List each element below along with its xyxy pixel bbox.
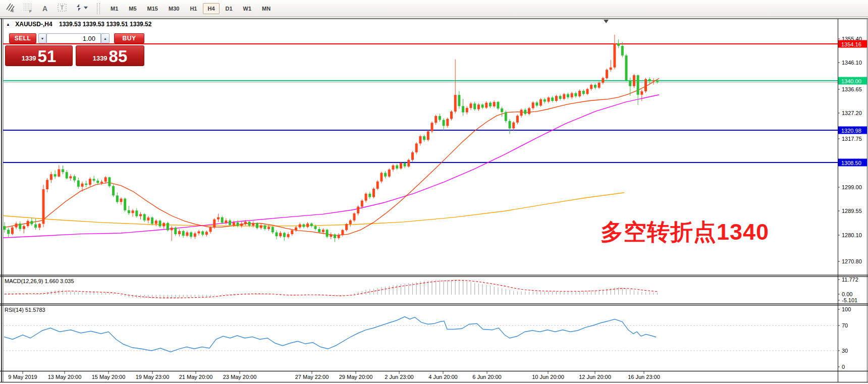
candle-body <box>120 199 123 202</box>
candle-body <box>124 199 126 210</box>
candle-body <box>85 184 87 185</box>
buy-price-tile[interactable]: 1339 85 <box>76 45 144 66</box>
candle-body <box>267 227 270 229</box>
candle-body <box>446 119 449 126</box>
volume-decrease-button[interactable]: ▼ <box>38 33 46 43</box>
candle-body <box>435 116 437 123</box>
time-axis-label: 9 May 2019 <box>8 374 37 380</box>
text-label-icon: A <box>42 5 47 13</box>
sell-price-tile[interactable]: 1339 51 <box>5 45 73 66</box>
candle-body <box>182 231 185 236</box>
svg-text:F: F <box>29 10 32 13</box>
cursor-mode-button[interactable] <box>73 3 90 15</box>
macd-axis-label: -5.101 <box>842 297 857 303</box>
time-axis-label: 19 May 23:00 <box>136 374 170 380</box>
chart-shift-marker-icon[interactable] <box>604 20 609 23</box>
time-axis-label: 27 May 22:00 <box>295 374 329 380</box>
collapse-panel-icon[interactable]: ▲ <box>6 22 10 27</box>
tab-timeframe-M1[interactable]: M1 <box>106 3 123 14</box>
candle-body <box>574 93 577 96</box>
grid-button[interactable]: F <box>21 3 34 15</box>
tab-timeframe-H1[interactable]: H1 <box>185 3 201 14</box>
candle-body <box>431 123 433 131</box>
candle-body <box>194 234 196 237</box>
toolbar: E F A T M1M5M15M30H1H4D1W1MN <box>0 0 868 17</box>
macd-axis-label: 0.00 <box>842 291 852 297</box>
candle-body <box>279 233 282 237</box>
tab-timeframe-H4[interactable]: H4 <box>203 3 219 14</box>
candle-body <box>276 233 278 237</box>
tab-timeframe-M15[interactable]: M15 <box>143 3 162 14</box>
sell-button[interactable]: SELL <box>9 33 36 43</box>
tab-timeframe-W1[interactable]: W1 <box>239 3 256 14</box>
ma-fast-line <box>3 78 659 235</box>
price-axis-label: 1270.80 <box>842 258 862 264</box>
candle-body <box>633 75 635 86</box>
candle-body <box>404 163 406 167</box>
candle-body <box>295 228 297 231</box>
candle-body <box>532 102 534 108</box>
candle-body <box>116 195 119 202</box>
rsi-axis-label: 70 <box>842 322 848 328</box>
text-box-button[interactable]: T <box>56 3 69 15</box>
candle-body <box>299 225 301 228</box>
price-badge-label: 1308.50 <box>841 160 861 166</box>
candle-body <box>590 85 592 89</box>
candle-body <box>213 220 215 228</box>
candle-body <box>419 136 421 143</box>
text-label-button[interactable]: A <box>38 3 51 15</box>
candle-body <box>450 112 453 119</box>
price-axis-label: 1327.20 <box>842 110 862 116</box>
candle-body <box>272 227 274 233</box>
candle-body <box>427 131 429 140</box>
sell-price-pips: 51 <box>38 49 57 64</box>
candle-body <box>613 43 616 68</box>
candle-body <box>143 214 146 220</box>
candle-body <box>201 231 204 235</box>
tab-timeframe-D1[interactable]: D1 <box>221 3 237 14</box>
panel-divider[interactable] <box>0 276 868 277</box>
panel-divider[interactable] <box>0 303 868 304</box>
candle-body <box>458 95 460 106</box>
candle-body <box>555 96 558 101</box>
price-axis-label: 1299.00 <box>842 184 862 190</box>
candle-body <box>263 226 266 229</box>
volume-input[interactable] <box>46 33 101 43</box>
candle-body <box>501 108 503 112</box>
candle-body <box>302 225 305 227</box>
candle-body <box>594 85 596 88</box>
grid-icon: F <box>23 3 33 15</box>
candle-body <box>15 224 18 228</box>
draw-styles-button[interactable]: E <box>4 3 17 15</box>
candle-body <box>648 79 651 81</box>
candle-body <box>567 94 569 97</box>
time-axis-label: 23 May 20:00 <box>223 374 257 380</box>
candle-body <box>50 174 52 180</box>
candle-body <box>652 80 655 81</box>
time-axis-label: 16 Jun 23:00 <box>628 374 660 380</box>
time-axis-label: 15 May 20:00 <box>92 374 126 380</box>
tab-timeframe-MN[interactable]: MN <box>257 3 275 14</box>
candle-body <box>225 221 227 223</box>
price-badge-label: 1354.16 <box>841 41 861 47</box>
candle-body <box>493 102 496 106</box>
candle-body <box>357 207 359 213</box>
tab-timeframe-M5[interactable]: M5 <box>124 3 141 14</box>
candle-body <box>326 230 329 237</box>
one-click-trading-panel: SELL ▼ ▲ BUY 1339 51 1339 85 <box>4 31 150 68</box>
ma-mid-line <box>3 95 659 238</box>
candle-body <box>559 96 562 99</box>
volume-increase-button[interactable]: ▲ <box>101 33 110 43</box>
panel-divider[interactable] <box>0 275 868 276</box>
time-axis-label: 12 Jun 20:00 <box>579 374 611 380</box>
ma-slow-line <box>3 193 624 226</box>
macd-indicator-label: MACD(12,26,9) 1.660 3.035 <box>5 278 74 284</box>
candle-body <box>439 116 441 120</box>
symbol-period-label: XAUUSD-,H4 <box>15 21 52 28</box>
candle-body <box>353 213 356 221</box>
tab-timeframe-M30[interactable]: M30 <box>164 3 184 14</box>
time-axis-label: 29 May 20:00 <box>339 374 373 380</box>
panel-divider[interactable] <box>0 305 868 305</box>
candle-body <box>27 221 29 226</box>
buy-button[interactable]: BUY <box>114 33 144 43</box>
